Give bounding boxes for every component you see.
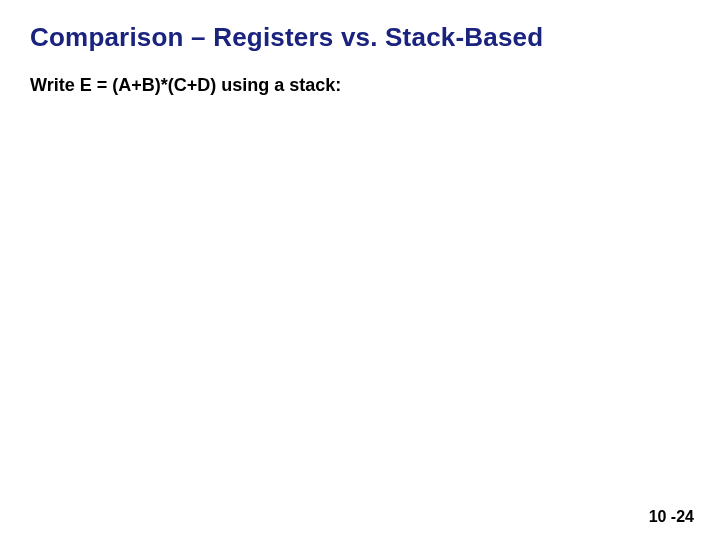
slide-body-text: Write E = (A+B)*(C+D) using a stack: bbox=[0, 53, 720, 96]
slide-title: Comparison – Registers vs. Stack-Based bbox=[0, 0, 720, 53]
page-number: 10 -24 bbox=[649, 508, 694, 526]
